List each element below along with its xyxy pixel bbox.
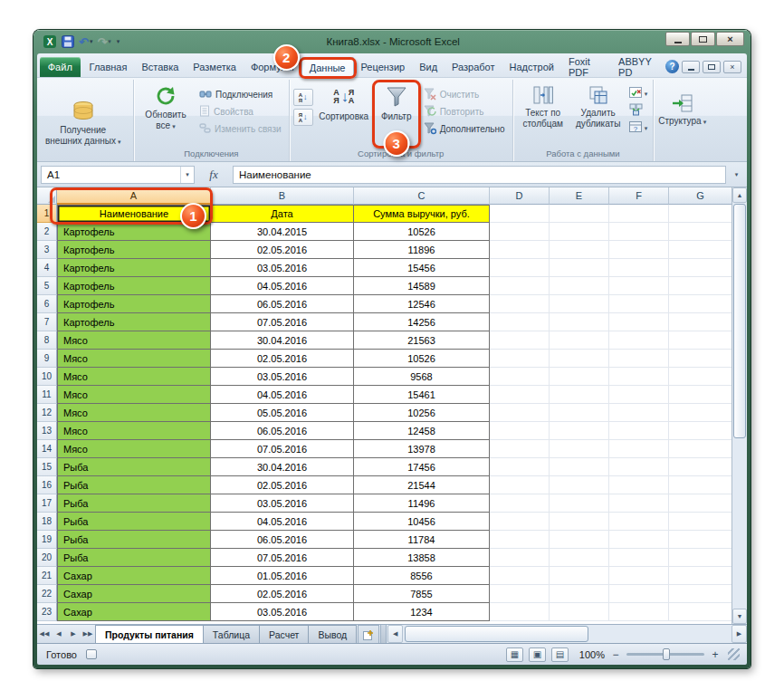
remove-duplicates-button[interactable]: Удалить дубликаты: [571, 82, 626, 145]
clear-filter-button[interactable]: Очистить: [420, 87, 509, 102]
name-box-dropdown-icon[interactable]: ▾: [180, 167, 194, 183]
row-number[interactable]: 19: [37, 531, 57, 549]
cell[interactable]: [669, 331, 731, 350]
last-sheet-button[interactable]: ▶▶: [81, 625, 95, 643]
ribbon-tab-Вид[interactable]: Вид: [412, 57, 445, 77]
ribbon-tab-Разработ[interactable]: Разработ: [445, 57, 502, 77]
cell[interactable]: [550, 368, 609, 386]
ribbon-tab-Разметка[interactable]: Разметка: [186, 57, 244, 77]
cell[interactable]: [550, 531, 609, 549]
zoom-level[interactable]: 100%: [574, 649, 605, 660]
help-icon[interactable]: ?: [665, 60, 679, 73]
column-header-C[interactable]: C: [354, 187, 490, 205]
sum-cell[interactable]: 14256: [354, 313, 490, 331]
row-number[interactable]: 5: [37, 277, 57, 295]
name-cell[interactable]: Рыба: [57, 549, 211, 567]
ribbon-tab-Рецензир[interactable]: Рецензир: [354, 57, 413, 77]
cell[interactable]: [609, 440, 669, 458]
cell[interactable]: [490, 549, 550, 567]
date-cell[interactable]: 03.05.2016: [211, 494, 354, 513]
zoom-in-button[interactable]: +: [710, 648, 721, 661]
row-number[interactable]: 11: [37, 386, 57, 404]
row-number[interactable]: 15: [37, 458, 57, 476]
insert-function-button[interactable]: fx: [198, 166, 229, 184]
name-cell[interactable]: Мясо: [57, 440, 211, 458]
workbook-close-button[interactable]: ×: [723, 61, 741, 73]
zoom-slider-thumb[interactable]: [663, 648, 670, 660]
row-number[interactable]: 9: [37, 350, 57, 368]
cell[interactable]: [669, 567, 731, 585]
cell[interactable]: [609, 331, 669, 350]
sum-cell[interactable]: 10256: [354, 404, 490, 422]
cell[interactable]: [669, 259, 731, 277]
row-number[interactable]: 23: [37, 603, 57, 621]
column-header-F[interactable]: F: [609, 187, 669, 205]
date-cell[interactable]: 06.05.2016: [211, 422, 354, 440]
date-cell[interactable]: 02.05.2016: [211, 585, 354, 603]
select-all-corner[interactable]: [37, 187, 57, 205]
name-cell[interactable]: Рыба: [57, 476, 211, 494]
cell[interactable]: [490, 440, 550, 458]
cell[interactable]: [669, 295, 731, 313]
cell[interactable]: [609, 404, 669, 422]
date-cell[interactable]: 07.05.2016: [211, 549, 354, 567]
undo-icon[interactable]: ↶▾: [78, 34, 93, 49]
sort-descending-button[interactable]: ЯА↓: [293, 109, 313, 126]
first-sheet-button[interactable]: ◀◀: [37, 625, 52, 643]
name-cell[interactable]: Мясо: [57, 368, 211, 386]
name-cell[interactable]: Рыба: [57, 458, 211, 476]
row-number[interactable]: 20: [37, 549, 57, 567]
cell[interactable]: [609, 494, 669, 513]
cell[interactable]: [669, 422, 731, 440]
cell[interactable]: [609, 386, 669, 404]
cell[interactable]: [490, 223, 550, 241]
sum-cell[interactable]: 15461: [354, 386, 490, 404]
row-number[interactable]: 22: [37, 585, 57, 603]
ribbon-tab-Данные[interactable]: Данные2: [301, 57, 354, 77]
row-number[interactable]: 6: [37, 295, 57, 313]
row-number[interactable]: 1: [37, 205, 57, 223]
row-number[interactable]: 21: [37, 567, 57, 585]
cell[interactable]: [550, 422, 609, 440]
name-cell[interactable]: Картофель: [57, 277, 211, 295]
cell[interactable]: [609, 259, 669, 277]
cell[interactable]: [609, 368, 669, 386]
data-validation-button[interactable]: ▾: [627, 87, 650, 101]
row-number[interactable]: 4: [37, 259, 57, 277]
cell[interactable]: [490, 603, 550, 621]
text-to-columns-button[interactable]: Текст по столбцам: [517, 82, 569, 145]
cell[interactable]: [550, 386, 609, 404]
row-number[interactable]: 18: [37, 513, 57, 531]
cell[interactable]: [609, 603, 669, 621]
sum-cell[interactable]: 13858: [354, 549, 490, 567]
cell[interactable]: [669, 350, 731, 368]
date-cell[interactable]: 02.05.2016: [211, 241, 354, 259]
sum-cell[interactable]: 13978: [354, 440, 490, 458]
workbook-minimize-button[interactable]: [682, 61, 700, 73]
sum-cell[interactable]: 15456: [354, 259, 490, 277]
ribbon-tab-Foxit PDF[interactable]: Foxit PDF: [561, 57, 611, 77]
filter-button[interactable]: Фильтр 3: [375, 82, 418, 145]
advanced-filter-button[interactable]: Дополнительно: [420, 121, 509, 137]
zoom-out-button[interactable]: −: [610, 648, 621, 661]
cell[interactable]: [490, 386, 550, 404]
consolidate-button[interactable]: [627, 104, 650, 119]
cell[interactable]: [550, 313, 609, 331]
cell[interactable]: [550, 223, 609, 241]
scroll-up-icon[interactable]: ▲: [732, 187, 747, 203]
name-cell[interactable]: Рыба: [57, 513, 211, 531]
formula-bar-expand-icon[interactable]: ▾: [730, 166, 743, 184]
cell[interactable]: [490, 350, 550, 368]
cell[interactable]: [669, 440, 731, 458]
scroll-left-icon[interactable]: ◀: [387, 625, 403, 643]
date-cell[interactable]: 30.04.2015: [211, 223, 354, 241]
cell[interactable]: [490, 368, 550, 386]
column-header-D[interactable]: D: [490, 187, 550, 205]
cell[interactable]: [669, 241, 731, 259]
get-external-data-button[interactable]: Получение внешних данных▾: [43, 86, 123, 157]
name-cell[interactable]: Картофель: [57, 295, 211, 313]
sum-cell[interactable]: 12546: [354, 295, 490, 313]
cell[interactable]: [490, 404, 550, 422]
resize-grip[interactable]: [728, 648, 740, 660]
name-cell[interactable]: Мясо: [57, 350, 211, 368]
